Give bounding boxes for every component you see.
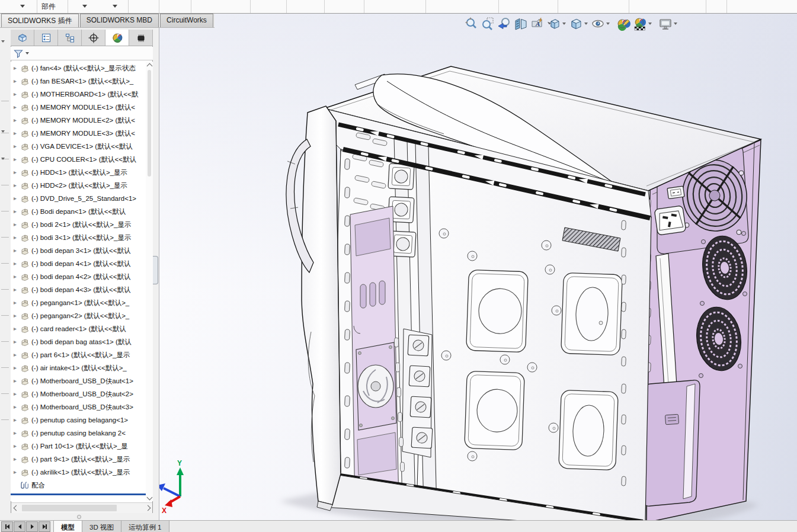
tree-item-component[interactable]: ▸ (-) Motherboard_USB_D伕aut<1>: [11, 374, 146, 387]
tree-item-component[interactable]: ▸ (-) bodi depan 4<2> (默认<<默认: [11, 270, 146, 283]
expand-arrow-icon[interactable]: ▸: [14, 104, 20, 110]
expand-arrow-icon[interactable]: ▸: [14, 417, 20, 423]
tree-item-component[interactable]: ▸ (-) Motherboard_USB_D伕aut<2>: [11, 387, 146, 400]
expand-arrow-icon[interactable]: ▸: [14, 378, 20, 384]
tree-item-component[interactable]: ▸ (-) HDD<2> (默认<<默认>_显示: [11, 179, 146, 192]
tree-item-component[interactable]: ▸ (-) Motherboard_USB_D伕aut<3>: [11, 400, 146, 414]
property-manager-tab[interactable]: [34, 30, 58, 46]
tree-vertical-scrollbar[interactable]: [146, 62, 153, 501]
tree-filter[interactable]: [11, 47, 153, 60]
gutter-caret-icon[interactable]: [1, 40, 5, 43]
tree-item-component[interactable]: ▸ (-) part 6<1> (默认<<默认>_显示: [11, 348, 146, 361]
expand-arrow-icon[interactable]: ▸: [14, 169, 20, 175]
scroll-thumb[interactable]: [148, 70, 151, 177]
expand-arrow-icon[interactable]: ▸: [14, 365, 20, 371]
interior-panel[interactable]: [350, 206, 399, 507]
expand-arrow-icon[interactable]: ▸: [14, 352, 20, 358]
view-orientation-icon[interactable]: [546, 16, 562, 31]
tree-item-component[interactable]: ▸ (-) HDD<1> (默认<<默认>_显示: [11, 166, 146, 179]
section-view-icon[interactable]: [513, 16, 529, 31]
first-tab-button[interactable]: [1, 521, 13, 532]
expand-arrow-icon[interactable]: ▸: [14, 65, 20, 71]
graphics-viewport[interactable]: A: [159, 14, 797, 520]
expand-arrow-icon[interactable]: ▸: [14, 326, 20, 332]
expand-arrow-icon[interactable]: ▸: [14, 456, 20, 462]
gutter-caret-icon[interactable]: [1, 130, 5, 133]
expand-arrow-icon[interactable]: ▸: [14, 443, 20, 449]
dimxpert-manager-tab[interactable]: [82, 30, 105, 46]
ribbon-dropdown-caret[interactable]: [82, 5, 87, 8]
3d-model-computer-case[interactable]: Y Z X: [159, 14, 797, 520]
expand-arrow-icon[interactable]: ▸: [14, 156, 20, 162]
expand-arrow-icon[interactable]: ▸: [14, 430, 20, 436]
tree-item-component[interactable]: ▸ (-) MOTHERBOARD<1> (默认<<默: [11, 88, 146, 101]
tree-item-component[interactable]: ▸ (-) bodi depan 4<1> (默认<<默认: [11, 257, 146, 270]
scroll-right-button[interactable]: [143, 504, 152, 512]
tree-item-mates[interactable]: 配合: [11, 479, 146, 492]
expand-arrow-icon[interactable]: ▸: [14, 91, 20, 97]
previous-tab-button[interactable]: [14, 521, 25, 532]
ribbon-dropdown-caret[interactable]: [113, 5, 117, 8]
hscroll-thumb[interactable]: [22, 505, 117, 511]
expand-arrow-icon[interactable]: ▸: [14, 117, 20, 123]
scroll-up-button[interactable]: [147, 63, 152, 69]
front-bezel[interactable]: [286, 106, 341, 511]
hide-show-items-caret[interactable]: [606, 23, 610, 25]
expand-arrow-icon[interactable]: ▸: [14, 274, 20, 280]
scroll-down-button[interactable]: [147, 494, 152, 500]
bottom-tab-3[interactable]: 运动算例 1: [121, 521, 169, 532]
tree-item-component[interactable]: ▸ (-) bodi depan 3<1> (默认<<默认: [11, 244, 146, 257]
scroll-left-button[interactable]: [11, 504, 21, 512]
expand-arrow-icon[interactable]: ▸: [14, 404, 20, 410]
tree-item-component[interactable]: ▸ (-) bodi 2<1> (默认<<默认>_显示: [11, 218, 146, 231]
tree-item-component[interactable]: ▸ (-) CPU COOLER<1> (默认<<默认: [11, 153, 146, 166]
annotation-views-icon[interactable]: A: [530, 16, 545, 31]
tree-item-component[interactable]: ▸ (-) pegangan<2> (默认<<默认>_: [11, 309, 146, 322]
tree-item-component[interactable]: ▸ (-) akrilik<1> (默认<<默认>_显示: [11, 466, 146, 479]
expand-arrow-icon[interactable]: ▸: [14, 261, 20, 267]
expand-arrow-icon[interactable]: ▸: [14, 235, 20, 241]
bottom-tab-1[interactable]: 模型: [53, 521, 82, 532]
configuration-manager-tab[interactable]: [58, 30, 82, 46]
expand-arrow-icon[interactable]: ▸: [14, 313, 20, 319]
tree-item-component[interactable]: ▸ (-) MEMORY MODULE<1> (默认<: [11, 101, 146, 114]
tree-item-component[interactable]: ▸ (-) DVD_Drive_5_25_Standard<1>: [11, 192, 146, 205]
tree-item-component[interactable]: ▸ (-) MEMORY MODULE<3> (默认<: [11, 127, 146, 140]
expand-arrow-icon[interactable]: ▸: [14, 391, 20, 397]
power-switch[interactable]: [667, 186, 684, 199]
expand-arrow-icon[interactable]: ▸: [14, 287, 20, 293]
view-orientation-caret[interactable]: [562, 23, 566, 25]
tree-item-component[interactable]: ▸ (-) bodi depan bag atas<1> (默认: [11, 335, 146, 348]
bottom-tab-2[interactable]: 3D 视图: [82, 521, 121, 532]
tree-item-component[interactable]: ▸ (-) MEMORY MODULE<2> (默认<: [11, 114, 146, 127]
tree-item-component[interactable]: ▸ (-) Part 10<1> (默认<<默认>_显: [11, 440, 146, 453]
tree-item-component[interactable]: ▸ (-) pegangan<1> (默认<<默认>_: [11, 296, 146, 309]
expand-arrow-icon[interactable]: ▸: [14, 300, 20, 306]
zoom-to-fit-icon[interactable]: [463, 16, 479, 31]
expand-arrow-icon[interactable]: ▸: [14, 143, 20, 149]
expand-arrow-icon[interactable]: ▸: [14, 469, 20, 475]
display-style-icon[interactable]: [568, 16, 584, 31]
next-tab-button[interactable]: [26, 521, 38, 532]
tree-item-component[interactable]: ▸ (-) bodi depan 4<3> (默认<<默认: [11, 283, 146, 296]
command-tab-3[interactable]: CircuitWorks: [160, 14, 213, 27]
command-tab-2[interactable]: SOLIDWORKS MBD: [80, 14, 159, 27]
previous-view-icon[interactable]: [497, 16, 512, 31]
ac-power-inlet[interactable]: [654, 206, 686, 235]
edit-appearance-icon[interactable]: [616, 16, 631, 31]
intake-fan[interactable]: [356, 342, 396, 430]
expand-arrow-icon[interactable]: ▸: [14, 209, 20, 214]
tree-item-component[interactable]: ▸ (-) VGA DEVICE<1> (默认<<默认: [11, 140, 146, 153]
expansion-recess[interactable]: [644, 380, 700, 507]
display-style-caret[interactable]: [584, 23, 588, 25]
expand-arrow-icon[interactable]: ▸: [14, 130, 20, 136]
panel-splitter-handle[interactable]: [153, 256, 158, 284]
expand-arrow-icon[interactable]: ▸: [14, 339, 20, 345]
rollback-bar[interactable]: [11, 493, 146, 495]
apply-scene-icon[interactable]: [632, 16, 648, 31]
tree-item-component[interactable]: ▸ (-) fan<4> (默认<<默认>_显示状态: [11, 62, 146, 75]
tree-horizontal-scrollbar[interactable]: [11, 502, 152, 513]
tree-item-component[interactable]: ▸ (-) bodi 3<1> (默认<<默认>_显示: [11, 231, 146, 244]
expand-arrow-icon[interactable]: ▸: [14, 248, 20, 254]
gutter-caret-icon[interactable]: [1, 158, 5, 160]
